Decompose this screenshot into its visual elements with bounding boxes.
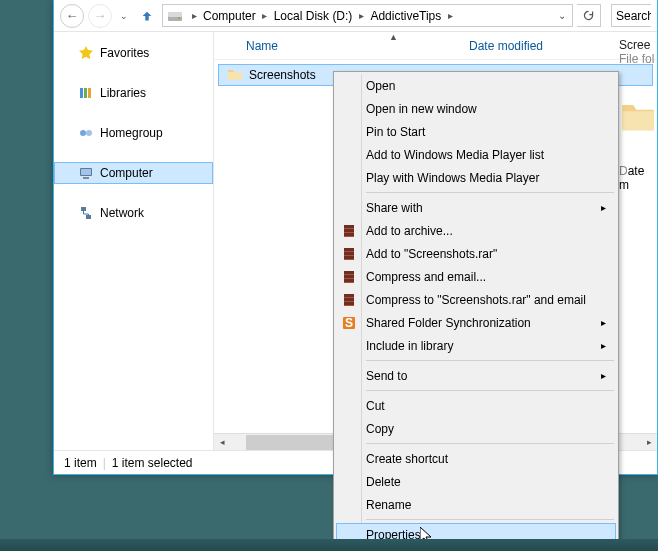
submenu-arrow-icon: ▸ bbox=[601, 340, 606, 351]
context-menu: Open Open in new window Pin to Start Add… bbox=[333, 71, 619, 549]
search-input[interactable]: Search bbox=[611, 4, 651, 27]
nav-computer[interactable]: Computer bbox=[54, 162, 213, 184]
navigation-pane: Favorites Libraries Homegroup Computer N… bbox=[54, 32, 214, 450]
ctx-compress-named-email[interactable]: Compress to "Screenshots.rar" and email bbox=[336, 288, 616, 311]
ctx-create-shortcut[interactable]: Create shortcut bbox=[336, 447, 616, 470]
ctx-add-archive[interactable]: Add to archive... bbox=[336, 219, 616, 242]
svg-rect-12 bbox=[86, 215, 91, 219]
folder-large-icon bbox=[619, 86, 657, 146]
breadcrumb-sep-root[interactable]: ▸ bbox=[187, 5, 201, 26]
nav-libraries[interactable]: Libraries bbox=[54, 82, 213, 104]
nav-label: Homegroup bbox=[100, 126, 163, 140]
svg-rect-5 bbox=[88, 88, 91, 98]
svg-rect-14 bbox=[344, 225, 354, 228]
breadcrumb-computer[interactable]: Computer▸ bbox=[201, 5, 272, 26]
star-icon bbox=[78, 45, 94, 61]
ctx-pin-to-start[interactable]: Pin to Start bbox=[336, 120, 616, 143]
archive-icon bbox=[341, 292, 357, 308]
scroll-right-icon[interactable]: ▸ bbox=[641, 437, 657, 447]
ctx-open[interactable]: Open bbox=[336, 74, 616, 97]
computer-icon bbox=[78, 165, 94, 181]
ctx-copy[interactable]: Copy bbox=[336, 417, 616, 440]
scroll-left-icon[interactable]: ◂ bbox=[214, 437, 230, 447]
network-icon bbox=[78, 205, 94, 221]
forward-button[interactable]: → bbox=[88, 4, 112, 28]
ctx-shared-folder-sync[interactable]: S Shared Folder Synchronization▸ bbox=[336, 311, 616, 334]
refresh-button[interactable] bbox=[577, 4, 601, 27]
svg-point-6 bbox=[80, 130, 86, 136]
archive-icon bbox=[341, 246, 357, 262]
submenu-arrow-icon: ▸ bbox=[601, 317, 606, 328]
ctx-wmp-play[interactable]: Play with Windows Media Player bbox=[336, 166, 616, 189]
up-button[interactable] bbox=[136, 5, 158, 27]
svg-rect-3 bbox=[80, 88, 83, 98]
ctx-share-with[interactable]: Share with▸ bbox=[336, 196, 616, 219]
svg-rect-9 bbox=[81, 169, 91, 175]
history-dropdown[interactable]: ⌄ bbox=[116, 11, 132, 21]
submenu-arrow-icon: ▸ bbox=[601, 202, 606, 213]
svg-rect-19 bbox=[344, 252, 354, 255]
column-name[interactable]: Name bbox=[214, 39, 469, 53]
svg-rect-4 bbox=[84, 88, 87, 98]
svg-rect-11 bbox=[81, 207, 86, 211]
breadcrumb-folder[interactable]: AddictiveTips▸ bbox=[368, 5, 457, 26]
libraries-icon bbox=[78, 85, 94, 101]
svg-rect-18 bbox=[344, 248, 354, 251]
ctx-rename[interactable]: Rename bbox=[336, 493, 616, 516]
taskbar[interactable] bbox=[0, 539, 658, 551]
svg-text:S: S bbox=[345, 316, 353, 330]
submenu-arrow-icon: ▸ bbox=[601, 370, 606, 381]
toolbar: ← → ⌄ ▸ Computer▸ Local Disk (D:)▸ Addic… bbox=[54, 0, 657, 32]
svg-rect-1 bbox=[168, 12, 182, 17]
ctx-cut[interactable]: Cut bbox=[336, 394, 616, 417]
nav-label: Libraries bbox=[100, 86, 146, 100]
svg-point-7 bbox=[86, 130, 92, 136]
svg-rect-23 bbox=[344, 275, 354, 278]
nav-favorites[interactable]: Favorites bbox=[54, 42, 213, 64]
svg-rect-20 bbox=[344, 256, 354, 259]
svg-rect-10 bbox=[83, 177, 89, 179]
ctx-include-library[interactable]: Include in library▸ bbox=[336, 334, 616, 357]
svg-rect-15 bbox=[344, 229, 354, 232]
svg-rect-24 bbox=[344, 279, 354, 282]
scroll-thumb[interactable] bbox=[246, 435, 346, 450]
nav-homegroup[interactable]: Homegroup bbox=[54, 122, 213, 144]
status-selected: 1 item selected bbox=[112, 456, 193, 470]
nav-label: Computer bbox=[100, 166, 153, 180]
breadcrumb-drive[interactable]: Local Disk (D:)▸ bbox=[272, 5, 369, 26]
archive-icon bbox=[341, 223, 357, 239]
sort-indicator-icon: ▲ bbox=[389, 32, 398, 42]
folder-icon bbox=[227, 67, 243, 83]
preview-title: Scree bbox=[619, 38, 657, 52]
file-name: Screenshots bbox=[249, 68, 316, 82]
nav-label: Favorites bbox=[100, 46, 149, 60]
svg-point-2 bbox=[178, 17, 180, 19]
ctx-delete[interactable]: Delete bbox=[336, 470, 616, 493]
address-dropdown[interactable]: ⌄ bbox=[554, 10, 570, 21]
svg-rect-22 bbox=[344, 271, 354, 274]
ctx-add-archive-named[interactable]: Add to "Screenshots.rar" bbox=[336, 242, 616, 265]
status-count: 1 item bbox=[64, 456, 97, 470]
ctx-send-to[interactable]: Send to▸ bbox=[336, 364, 616, 387]
drive-icon bbox=[167, 8, 183, 24]
preview-pane: Scree File fol Date m bbox=[615, 32, 657, 212]
preview-type: File fol bbox=[619, 52, 657, 66]
svg-rect-16 bbox=[344, 233, 354, 236]
address-bar[interactable]: ▸ Computer▸ Local Disk (D:)▸ AddictiveTi… bbox=[162, 4, 573, 27]
ctx-open-new-window[interactable]: Open in new window bbox=[336, 97, 616, 120]
ctx-wmp-add[interactable]: Add to Windows Media Player list bbox=[336, 143, 616, 166]
homegroup-icon bbox=[78, 125, 94, 141]
back-button[interactable]: ← bbox=[60, 4, 84, 28]
ctx-compress-email[interactable]: Compress and email... bbox=[336, 265, 616, 288]
nav-network[interactable]: Network bbox=[54, 202, 213, 224]
svg-rect-27 bbox=[344, 298, 354, 301]
sync-icon: S bbox=[341, 315, 357, 331]
archive-icon bbox=[341, 269, 357, 285]
column-headers: ▲ Name Date modified bbox=[214, 32, 657, 60]
svg-rect-26 bbox=[344, 294, 354, 297]
preview-date-label: Date m bbox=[619, 164, 657, 192]
nav-label: Network bbox=[100, 206, 144, 220]
svg-rect-28 bbox=[344, 302, 354, 305]
